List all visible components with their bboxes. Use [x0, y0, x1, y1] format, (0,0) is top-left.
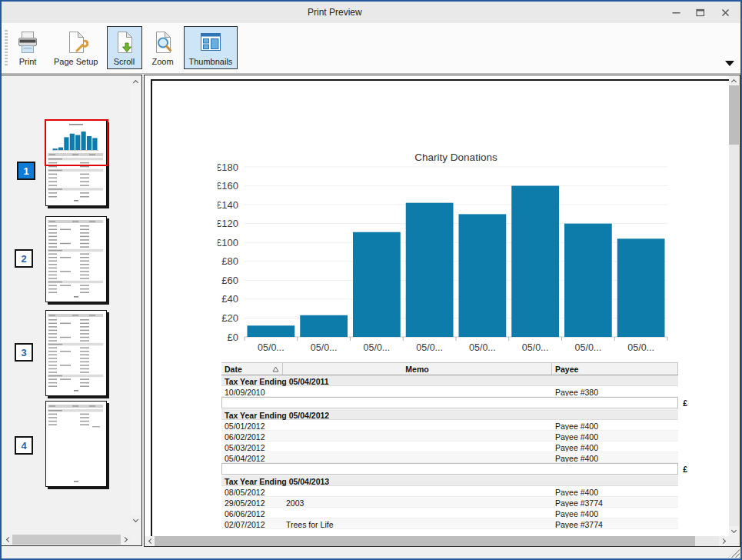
- x-tick-label: 05/0...: [469, 342, 496, 353]
- preview-vscrollbar-thumb[interactable]: [729, 85, 739, 145]
- chart-bar: [511, 186, 559, 337]
- cell-memo: [283, 486, 552, 496]
- cell-date: 29/05/2012: [221, 497, 283, 507]
- toolbar-gripper[interactable]: [5, 30, 8, 67]
- chevron-down-icon: [133, 516, 138, 522]
- group-header-row: Tax Year Ending 05/04/2012: [221, 409, 678, 420]
- cell-memo: [283, 386, 552, 396]
- table-row: 06/06/2012Payee #400: [221, 508, 678, 518]
- sidebar-scroll-right-button[interactable]: [121, 535, 131, 545]
- toolbar-button-scroll[interactable]: Scroll: [107, 26, 142, 69]
- donations-table: Date Memo Payee Tax Year Ending 05/04/2: [221, 362, 678, 529]
- cell-date: 05/03/2012: [221, 442, 283, 452]
- printer-icon: [15, 30, 40, 55]
- cell-date: 06/02/2012: [221, 431, 283, 441]
- toolbar-button-print[interactable]: Print: [10, 26, 45, 69]
- minimize-button[interactable]: [664, 2, 688, 23]
- toolbar-button-page-setup[interactable]: Page Setup: [48, 26, 104, 69]
- y-tick-label: £160: [218, 180, 238, 192]
- cell-date: 10/09/2010: [221, 386, 283, 396]
- current-view-indicator: [45, 119, 108, 166]
- preview-viewport[interactable]: £0£20£40£60£80£100£120£140£160£18005/0..…: [145, 75, 729, 536]
- table-row: 29/05/20122003Payee #3774: [221, 497, 678, 508]
- toolbar-button-label: Print: [19, 57, 37, 66]
- page-number-badge-2[interactable]: 2: [15, 249, 33, 268]
- chevron-up-icon: [133, 79, 138, 85]
- page-number-badge-4[interactable]: 4: [15, 436, 33, 455]
- titlebar[interactable]: Print Preview: [2, 2, 740, 23]
- toolbar-buttons: PrintPage SetupScrollZoomThumbnails: [10, 26, 238, 69]
- cell-payee: Payee #400: [552, 420, 678, 430]
- preview-hscrollbar-thumb[interactable]: [155, 536, 695, 546]
- preview-scroll-right-button[interactable]: [719, 536, 729, 546]
- page-number-badge-3[interactable]: 3: [15, 343, 33, 362]
- page-number-badge-1[interactable]: 1: [17, 162, 35, 180]
- cell-payee: Payee #400: [552, 442, 678, 452]
- table-row: 06/02/2012Payee #400: [221, 431, 678, 442]
- toolbar-button-thumbnails[interactable]: Thumbnails: [184, 26, 238, 69]
- chart-bar: [300, 315, 348, 337]
- cell-payee: Payee #400: [552, 452, 678, 462]
- scroll-icon: [112, 30, 137, 55]
- cell-date: 08/05/2012: [221, 486, 283, 496]
- preview-vertical-scrollbar[interactable]: [729, 75, 739, 536]
- chevron-left-icon: [5, 537, 11, 542]
- sidebar-horizontal-scrollbar[interactable]: [2, 535, 131, 545]
- sidebar-scroll-up-button[interactable]: [131, 76, 141, 86]
- resize-grip[interactable]: [728, 547, 740, 558]
- cell-memo: [283, 508, 552, 518]
- sidebar-vertical-scrollbar[interactable]: [131, 76, 141, 525]
- group-total-row: £: [221, 397, 678, 408]
- sort-ascending-icon: [272, 365, 279, 374]
- toolbar-button-label: Zoom: [151, 57, 173, 66]
- page-thumbnail-2[interactable]: [45, 216, 107, 302]
- y-tick-label: £80: [221, 255, 238, 267]
- table-header-row: Date Memo Payee: [221, 362, 678, 375]
- chevron-left-icon: [148, 538, 153, 544]
- preview-scroll-up-button[interactable]: [729, 75, 739, 85]
- chevron-up-icon: [731, 78, 737, 84]
- group-total-row: £: [221, 463, 678, 475]
- table-body: Tax Year Ending 05/04/201110/09/2010Paye…: [221, 375, 678, 529]
- sidebar-scrollbar-thumb[interactable]: [12, 535, 121, 545]
- maximize-icon: [696, 8, 705, 17]
- cell-memo: [283, 442, 552, 452]
- maximize-button[interactable]: [688, 2, 713, 23]
- preview-scroll-down-button[interactable]: [729, 526, 739, 536]
- toolbar-button-label: Page Setup: [54, 57, 98, 66]
- group-header-row: Tax Year Ending 05/04/2013: [221, 475, 678, 486]
- table-row: 08/05/2012Payee #400: [221, 486, 678, 497]
- sidebar-scroll-left-button[interactable]: [2, 535, 12, 545]
- thumbnail-sidebar: 1234: [2, 75, 142, 546]
- cell-payee: Payee #3774: [552, 497, 678, 507]
- donations-chart: £0£20£40£60£80£100£120£140£160£18005/0..…: [218, 146, 679, 358]
- x-tick-label: 05/0...: [311, 342, 338, 353]
- x-tick-label: 05/0...: [575, 342, 602, 353]
- minimize-icon: [672, 8, 680, 17]
- chart-bar: [564, 224, 612, 337]
- document-page: £0£20£40£60£80£100£120£140£160£18005/0..…: [151, 79, 729, 536]
- toolbar-button-zoom[interactable]: Zoom: [145, 26, 181, 69]
- close-button[interactable]: [713, 2, 737, 23]
- y-tick-label: £100: [218, 237, 238, 248]
- cell-memo: [283, 420, 552, 430]
- scrollbar-corner: [729, 536, 740, 546]
- thumbnails-icon: [198, 30, 223, 55]
- table-row: 05/01/2012Payee #400: [221, 420, 678, 431]
- preview-panel: £0£20£40£60£80£100£120£140£160£18005/0..…: [144, 75, 740, 547]
- cell-payee: Payee #380: [552, 386, 678, 396]
- dropdown-arrow-icon: [725, 61, 734, 66]
- page-thumbnail-3[interactable]: [45, 310, 107, 396]
- sidebar-scroll-down-button[interactable]: [131, 515, 141, 525]
- toolbar-overflow-button[interactable]: [724, 58, 736, 68]
- cell-payee: Payee #3774: [552, 518, 678, 528]
- toolbar: PrintPage SetupScrollZoomThumbnails: [2, 23, 740, 74]
- preview-scroll-left-button[interactable]: [145, 536, 155, 546]
- cell-memo: 2003: [283, 497, 552, 507]
- column-header-payee: Payee: [552, 363, 678, 375]
- table-row: 05/04/2012Payee #400: [221, 452, 678, 463]
- page-thumbnail-1[interactable]: [45, 120, 107, 206]
- column-header-memo: Memo: [283, 363, 552, 375]
- page-thumbnail-4[interactable]: [45, 401, 107, 487]
- preview-horizontal-scrollbar[interactable]: [145, 536, 729, 546]
